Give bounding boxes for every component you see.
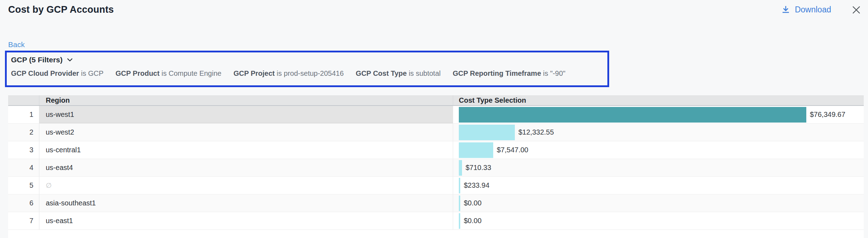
table-row[interactable]: 7us-east1$0.00 bbox=[8, 212, 864, 230]
table-row[interactable]: 1us-west1$76,349.67 bbox=[8, 106, 864, 124]
region-cell[interactable]: us-west2 bbox=[39, 124, 453, 141]
cost-bar[interactable] bbox=[459, 178, 460, 193]
table-row[interactable]: 5∅$233.94 bbox=[8, 177, 864, 194]
download-button[interactable]: Download bbox=[781, 5, 831, 15]
row-number: 2 bbox=[8, 124, 39, 141]
download-icon bbox=[781, 5, 790, 15]
region-cell[interactable]: us-central1 bbox=[39, 141, 453, 159]
filter-condition: is subtotal bbox=[407, 69, 441, 77]
chevron-down-icon bbox=[66, 57, 73, 62]
filter-condition: is "-90" bbox=[541, 69, 566, 77]
cost-value-label: $710.33 bbox=[466, 164, 491, 172]
close-icon bbox=[851, 5, 862, 15]
table-row[interactable]: 4us-east4$710.33 bbox=[8, 159, 864, 177]
filter-item: GCP Reporting Timeframe is "-90" bbox=[453, 69, 566, 78]
row-number: 7 bbox=[8, 212, 39, 230]
cost-bar[interactable] bbox=[459, 196, 460, 211]
back-link[interactable]: Back bbox=[8, 40, 25, 49]
page-title: Cost by GCP Accounts bbox=[8, 4, 114, 15]
region-cell[interactable]: us-east1 bbox=[39, 212, 453, 230]
filter-item: GCP Cost Type is subtotal bbox=[356, 69, 440, 78]
filter-list: GCP Cloud Provider is GCPGCP Product is … bbox=[11, 69, 603, 78]
cost-cell: $12,332.55 bbox=[453, 124, 864, 141]
filter-item: GCP Project is prod-setup-205416 bbox=[233, 69, 344, 78]
filter-box: GCP (5 Filters) GCP Cloud Provider is GC… bbox=[5, 51, 609, 87]
table-body: 1us-west1$76,349.672us-west2$12,332.553u… bbox=[8, 106, 864, 230]
row-number: 5 bbox=[8, 177, 39, 194]
region-cell[interactable]: asia-southeast1 bbox=[39, 194, 453, 212]
cost-cell: $76,349.67 bbox=[453, 106, 864, 123]
cost-bar[interactable] bbox=[459, 125, 515, 140]
filter-name: GCP Cost Type bbox=[356, 69, 407, 77]
table-row[interactable]: 3us-central1$7,547.00 bbox=[8, 141, 864, 159]
filter-summary-toggle[interactable]: GCP (5 Filters) bbox=[11, 56, 73, 64]
download-label: Download bbox=[795, 5, 831, 15]
cost-bar[interactable] bbox=[459, 160, 462, 176]
cost-cell: $0.00 bbox=[453, 212, 864, 230]
cost-value-label: $7,547.00 bbox=[497, 146, 528, 154]
filter-condition: is GCP bbox=[79, 69, 104, 77]
region-cell-null[interactable]: ∅ bbox=[39, 177, 453, 194]
region-cell[interactable]: us-west1 bbox=[39, 106, 453, 123]
cost-bar[interactable] bbox=[459, 107, 806, 123]
filter-item: GCP Cloud Provider is GCP bbox=[11, 69, 104, 78]
cost-bar[interactable] bbox=[459, 213, 460, 229]
filter-item: GCP Product is Compute Engine bbox=[116, 69, 222, 78]
filter-name: GCP Project bbox=[233, 69, 274, 77]
cost-cell: $0.00 bbox=[453, 194, 864, 212]
row-number-column-header bbox=[8, 95, 39, 105]
cost-value-label: $0.00 bbox=[464, 217, 482, 225]
cost-value-label: $76,349.67 bbox=[810, 110, 845, 119]
cost-cell: $233.94 bbox=[453, 177, 864, 194]
filter-name: GCP Cloud Provider bbox=[11, 69, 79, 77]
top-bar: Cost by GCP Accounts Download bbox=[8, 4, 862, 15]
filter-summary-label: GCP (5 Filters) bbox=[11, 56, 62, 64]
cost-cell: $7,547.00 bbox=[453, 141, 864, 159]
header-actions: Download bbox=[781, 5, 862, 15]
filter-name: GCP Reporting Timeframe bbox=[453, 69, 541, 77]
row-number: 1 bbox=[8, 106, 39, 123]
cost-bar[interactable] bbox=[459, 142, 493, 158]
row-number: 6 bbox=[8, 194, 39, 212]
table-row[interactable]: 2us-west2$12,332.55 bbox=[8, 124, 864, 141]
filter-condition: is prod-setup-205416 bbox=[275, 69, 344, 77]
filter-condition: is Compute Engine bbox=[160, 69, 222, 77]
cost-value-label: $12,332.55 bbox=[518, 128, 554, 136]
cost-table: Region Cost Type Selection 1us-west1$76,… bbox=[8, 95, 864, 238]
filter-name: GCP Product bbox=[116, 69, 160, 77]
row-number: 4 bbox=[8, 159, 39, 176]
cost-cell: $710.33 bbox=[453, 159, 864, 176]
cost-type-selection-column-header[interactable]: Cost Type Selection bbox=[453, 95, 864, 105]
region-column-header[interactable]: Region bbox=[39, 95, 453, 105]
table-row[interactable]: 6asia-southeast1$0.00 bbox=[8, 194, 864, 212]
cost-value-label: $0.00 bbox=[464, 199, 482, 207]
close-button[interactable] bbox=[851, 5, 862, 15]
table-header-row: Region Cost Type Selection bbox=[8, 95, 864, 106]
cost-value-label: $233.94 bbox=[464, 181, 489, 189]
row-number: 3 bbox=[8, 141, 39, 159]
region-cell[interactable]: us-east4 bbox=[39, 159, 453, 176]
